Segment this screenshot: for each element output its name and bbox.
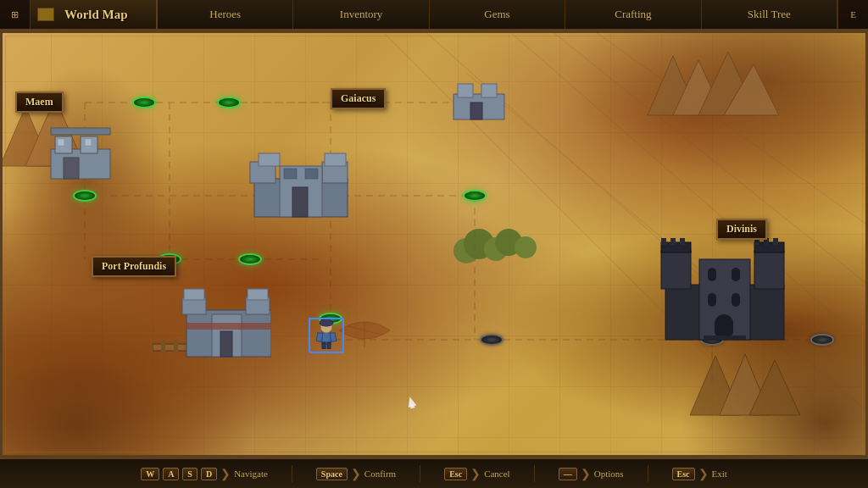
- key-d: D: [201, 468, 217, 480]
- cancel-arrow: ❯: [470, 467, 481, 481]
- svg-rect-73: [670, 238, 676, 245]
- svg-rect-46: [325, 153, 346, 166]
- svg-rect-74: [680, 238, 685, 245]
- confirm-label: Confirm: [364, 469, 396, 479]
- svg-rect-80: [732, 268, 740, 281]
- svg-rect-62: [184, 289, 204, 300]
- exit-label: Exit: [712, 469, 727, 479]
- svg-rect-56: [161, 340, 165, 352]
- svg-rect-50: [305, 169, 318, 179]
- key-a: A: [163, 468, 179, 480]
- cancel-label: Cancel: [484, 469, 510, 479]
- tab-skill-tree[interactable]: Skill Tree: [702, 0, 837, 29]
- svg-rect-49: [284, 169, 297, 179]
- svg-rect-53: [481, 84, 497, 97]
- hero-selection-indicator: [309, 318, 344, 353]
- confirm-hotkey: Space ❯ Confirm: [316, 467, 396, 481]
- sep-1: [292, 465, 292, 482]
- svg-rect-45: [259, 153, 280, 166]
- exit-hotkey: Esc ❯ Exit: [672, 467, 727, 481]
- map-node-7[interactable]: [463, 190, 487, 202]
- svg-rect-68: [661, 251, 691, 289]
- svg-rect-48: [292, 187, 308, 217]
- svg-rect-40: [85, 139, 92, 146]
- gaiacus-building[interactable]: [246, 128, 356, 221]
- svg-rect-81: [708, 293, 716, 307]
- key-s: S: [182, 468, 198, 480]
- key-space: Space: [316, 468, 348, 480]
- world-map-canvas[interactable]: Maem Gaiacus: [0, 30, 868, 458]
- tab-world-map[interactable]: World Map: [31, 0, 158, 29]
- svg-rect-79: [708, 268, 716, 281]
- tab-inventory[interactable]: Inventory: [293, 0, 429, 29]
- map-node-2[interactable]: [217, 97, 241, 108]
- key-esc-exit: Esc: [672, 468, 695, 480]
- trees-middle: [449, 217, 551, 276]
- svg-rect-65: [220, 331, 232, 357]
- svg-rect-66: [186, 323, 271, 330]
- key-dash: —: [559, 468, 577, 480]
- maem-building[interactable]: [42, 115, 119, 183]
- key-w: W: [141, 468, 159, 480]
- options-hotkey: — ❯ Options: [559, 467, 624, 481]
- sep-4: [648, 465, 648, 482]
- map-node-dark-1[interactable]: [480, 334, 504, 346]
- svg-rect-41: [51, 128, 110, 135]
- options-arrow: ❯: [581, 467, 591, 481]
- port-profundis-building[interactable]: [153, 276, 271, 365]
- world-map-tab-label: World Map: [64, 8, 128, 22]
- map-node-5[interactable]: [238, 253, 262, 265]
- menu-icon[interactable]: ⊞: [0, 0, 31, 29]
- top-right-building[interactable]: [449, 69, 509, 124]
- hero-character[interactable]: [315, 319, 337, 352]
- svg-point-32: [515, 236, 537, 258]
- sep-2: [420, 465, 420, 482]
- mountains-top-right: [631, 39, 800, 124]
- options-label: Options: [594, 469, 624, 479]
- navigate-hotkey: W A S D ❯ Navigate: [141, 467, 268, 481]
- confirm-arrow: ❯: [351, 467, 361, 481]
- maem-label[interactable]: Maem: [15, 92, 64, 113]
- map-node-3[interactable]: [73, 190, 97, 202]
- port-profundis-label[interactable]: Port Profundis: [92, 256, 176, 277]
- key-esc-cancel: Esc: [444, 468, 467, 480]
- corner-right-icon[interactable]: E: [837, 0, 868, 29]
- mountains-bottom-right: [682, 339, 834, 424]
- divinis-label[interactable]: Divinis: [716, 219, 767, 240]
- svg-rect-69: [754, 251, 784, 289]
- svg-rect-54: [470, 103, 482, 119]
- svg-rect-72: [661, 238, 666, 245]
- navigate-arrow: ❯: [220, 467, 231, 481]
- top-navigation: ⊞ World Map Heroes Inventory Gems Crafti…: [0, 0, 868, 30]
- tab-heroes[interactable]: Heroes: [158, 0, 293, 29]
- svg-rect-39: [58, 139, 64, 146]
- svg-rect-82: [732, 293, 740, 307]
- navigate-label: Navigate: [234, 469, 268, 479]
- svg-rect-63: [248, 289, 268, 300]
- gaiacus-label[interactable]: Gaiacus: [331, 88, 386, 109]
- svg-rect-57: [174, 340, 178, 352]
- map-node-1[interactable]: [132, 97, 156, 108]
- map-node-dark-3[interactable]: [810, 334, 834, 346]
- svg-rect-77: [773, 238, 778, 245]
- svg-rect-38: [64, 158, 79, 179]
- exit-arrow: ❯: [698, 467, 709, 481]
- tab-gems[interactable]: Gems: [430, 0, 565, 29]
- svg-rect-84: [704, 336, 746, 340]
- tab-crafting[interactable]: Crafting: [565, 0, 701, 29]
- sep-3: [534, 465, 535, 482]
- bottom-hotkey-bar: W A S D ❯ Navigate Space ❯ Confirm Esc ❯…: [0, 458, 868, 488]
- cancel-hotkey: Esc ❯ Cancel: [444, 467, 510, 481]
- svg-rect-52: [458, 84, 473, 97]
